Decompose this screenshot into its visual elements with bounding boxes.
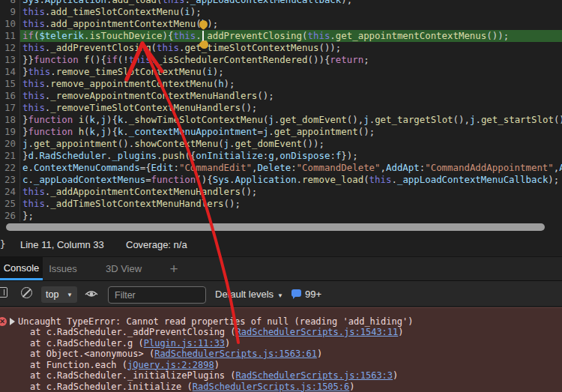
editor-status-bar: {} Line 11, Column 33 Coverage: n/a (0, 232, 562, 256)
stack-frame: at Object.<anonymous> (RadSchedulerScrip… (30, 349, 562, 359)
error-icon: ✕ (0, 317, 7, 326)
devtools-window: 8Sys.Application.add_load(this._appLoadC… (0, 0, 562, 392)
line-number[interactable]: 9 (0, 6, 20, 18)
message-count-badge: 99+ (305, 289, 321, 300)
code-line-11[interactable]: 11if($telerik.isTouchDevice){this._addPr… (0, 30, 562, 42)
line-number[interactable]: 19 (0, 126, 20, 138)
horizontal-scrollbar[interactable] (0, 222, 562, 232)
line-number[interactable]: 18 (0, 114, 20, 126)
chevron-down-icon: ▼ (277, 292, 283, 299)
console-messages: ✕ Uncaught TypeError: Cannot read proper… (0, 306, 562, 392)
messages-bubble-icon[interactable] (291, 289, 301, 297)
code-text: this._addTimeSlotContextMenuHandlers(); (20, 198, 562, 210)
source-location-link[interactable]: RadSchedulerScripts.js:1563:61 (154, 349, 317, 359)
code-line-25[interactable]: 25this._addTimeSlotContextMenuHandlers()… (0, 198, 562, 210)
stack-frame: at c.RadScheduler.g (Plugin.js:11:33) (30, 338, 562, 349)
code-line-23[interactable]: 23c._appLoadContextMenus=function(){Sys.… (0, 174, 562, 186)
line-number[interactable]: 20 (0, 138, 20, 150)
code-line-9[interactable]: 9this.add_timeSlotContextMenu(i); (0, 6, 562, 18)
clear-console-icon[interactable] (21, 287, 32, 298)
code-text: Sys.Application.add_load(this._appLoadCo… (20, 0, 562, 6)
code-text: this._addPreventClosing(this.get_timeSlo… (20, 42, 562, 54)
code-text: this.add_timeSlotContextMenu(i); (20, 6, 562, 18)
console-sidebar-icon[interactable] (0, 287, 7, 298)
line-number[interactable]: 10 (0, 18, 20, 30)
line-number[interactable]: 21 (0, 150, 20, 162)
source-location-link[interactable]: jQuery.js:2:2898 (127, 360, 214, 370)
format-code-button[interactable]: {} (0, 238, 6, 250)
line-number[interactable]: 17 (0, 102, 20, 114)
error-message-block: ✕ Uncaught TypeError: Cannot read proper… (0, 307, 562, 392)
code-text: if($telerik.isTouchDevice){this._addPrev… (20, 30, 562, 42)
line-number[interactable]: 25 (0, 198, 20, 210)
code-text: }}function f(){if(!this._isSchedulerCont… (20, 54, 562, 66)
line-number[interactable]: 26 (0, 210, 20, 222)
coverage-label: Coverage: n/a (126, 239, 187, 250)
line-number[interactable]: 22 (0, 162, 20, 174)
console-toolbar: top ▼ Default levels▼ 99+ (0, 280, 562, 306)
code-line-24[interactable]: 24this._addAppointmentContextMenuHandler… (0, 186, 562, 198)
code-line-15[interactable]: 15this.remove_appointmentContextMenu(h); (0, 78, 562, 90)
code-text: }d.RadScheduler._plugins.push({onInitial… (20, 150, 562, 162)
cursor-position-label: Line 11, Column 33 (20, 239, 104, 250)
chevron-down-icon: ▼ (67, 292, 73, 298)
source-editor[interactable]: 8Sys.Application.add_load(this._appLoadC… (0, 0, 562, 222)
code-text: }; (20, 210, 562, 222)
scrollbar-thumb[interactable] (6, 223, 545, 231)
code-line-8[interactable]: 8Sys.Application.add_load(this._appLoadC… (0, 0, 562, 6)
code-line-16[interactable]: 16this._removeAppointmentContextMenuHand… (0, 90, 562, 102)
new-tab-button[interactable]: + (160, 257, 187, 280)
code-text: this.remove_appointmentContextMenu(h); (20, 78, 562, 90)
context-label: top (46, 289, 58, 300)
code-text: e.ContextMenuCommands={Edit:"CommandEdit… (20, 162, 562, 174)
source-location-link[interactable]: RadSchedulerScripts.js:1543:11 (236, 327, 399, 337)
line-number[interactable]: 11 (0, 30, 20, 42)
code-line-18[interactable]: 18}function i(k,j){k._showTimeSlotContex… (0, 114, 562, 126)
stack-frame: at c.RadScheduler._initializePlugins (Ra… (30, 370, 562, 381)
code-text: this.add_appointmentContextMenu(h); (20, 18, 562, 30)
code-text: }function i(k,j){k._showTimeSlotContextM… (20, 114, 562, 126)
line-number[interactable]: 16 (0, 90, 20, 102)
live-expression-eye-icon[interactable] (84, 286, 99, 301)
line-number[interactable]: 12 (0, 42, 20, 54)
filter-input[interactable] (108, 286, 206, 304)
line-number[interactable]: 24 (0, 186, 20, 198)
tab-3d-view[interactable]: 3D View (100, 257, 147, 280)
code-line-14[interactable]: 14}this.remove_timeSlotContextMenu(i); (0, 66, 562, 78)
code-line-12[interactable]: 12this._addPreventClosing(this.get_timeS… (0, 42, 562, 54)
code-line-22[interactable]: 22e.ContextMenuCommands={Edit:"CommandEd… (0, 162, 562, 174)
source-location-link[interactable]: Plugin.js:11:33 (144, 338, 225, 349)
code-line-21[interactable]: 21}d.RadScheduler._plugins.push({onIniti… (0, 150, 562, 162)
tab-issues[interactable]: Issues (45, 257, 81, 280)
code-line-19[interactable]: 19}function h(k,j){k._contextMenuAppoint… (0, 126, 562, 138)
source-location-link[interactable]: RadSchedulerScripts.js:1505:6 (193, 382, 350, 392)
code-line-17[interactable]: 17this._removeTimeSlotContextMenuHandler… (0, 102, 562, 114)
levels-label: Default levels (215, 289, 274, 300)
line-number[interactable]: 23 (0, 174, 20, 186)
code-line-26[interactable]: 26}; (0, 210, 562, 222)
code-line-20[interactable]: 20j.get_appointment().showContextMenu(j.… (0, 138, 562, 150)
error-message-text: Uncaught TypeError: Cannot read properti… (18, 316, 562, 327)
code-line-13[interactable]: 13}}function f(){if(!this._isSchedulerCo… (0, 54, 562, 66)
stack-frame: at c.RadScheduler._addPreventClosing (Ra… (30, 327, 562, 337)
stack-frame: at c.RadScheduler.initialize (RadSchedul… (30, 382, 562, 392)
line-number[interactable]: 15 (0, 78, 20, 90)
code-text: this._addAppointmentContextMenuHandlers(… (20, 186, 562, 198)
javascript-context-dropdown[interactable]: top ▼ (41, 286, 77, 303)
code-text: }function h(k,j){k._contextMenuAppointme… (20, 126, 562, 138)
code-text: j.get_appointment().showContextMenu(j.ge… (20, 138, 562, 150)
log-levels-dropdown[interactable]: Default levels▼ (215, 289, 283, 300)
code-text: this._removeTimeSlotContextMenuHandlers(… (20, 102, 562, 114)
line-number[interactable]: 8 (0, 0, 20, 6)
tab-console[interactable]: Console (0, 257, 43, 280)
line-number[interactable]: 14 (0, 66, 20, 78)
line-number[interactable]: 13 (0, 54, 20, 66)
code-line-10[interactable]: 10this.add_appointmentContextMenu(h); (0, 18, 562, 30)
stack-frame: at Function.each (jQuery.js:2:2898) (30, 360, 562, 370)
console-tab-bar: Console Issues 3D View + (0, 256, 562, 280)
code-text: c._appLoadContextMenus=function(){Sys.Ap… (20, 174, 562, 186)
source-location-link[interactable]: RadSchedulerScripts.js:1563:3 (236, 370, 393, 381)
code-text: }this.remove_timeSlotContextMenu(i); (20, 66, 562, 78)
code-text: this._removeAppointmentContextMenuHandle… (20, 90, 562, 102)
